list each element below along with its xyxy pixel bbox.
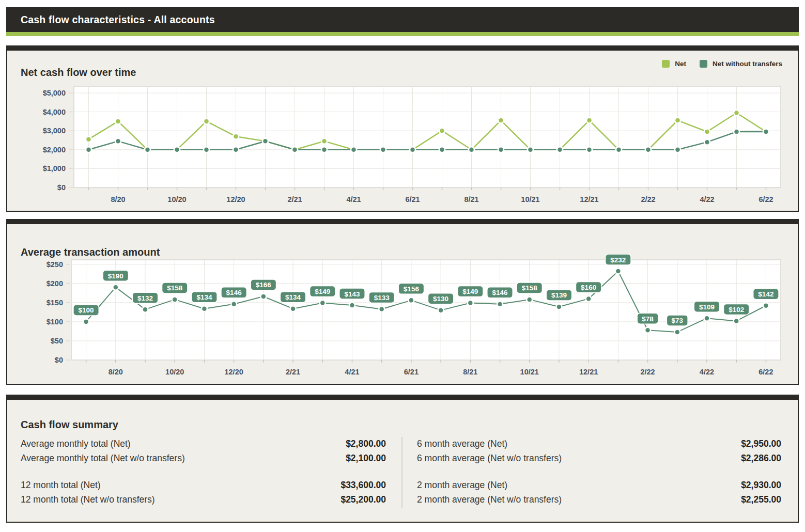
summary-row: 12 month total (Net w/o transfers) $25,2… <box>21 493 386 507</box>
summary-label: Average monthly total (Net w/o transfers… <box>21 451 185 466</box>
svg-text:10/21: 10/21 <box>520 368 539 376</box>
net-swatch-icon <box>662 60 670 68</box>
summary-label: 12 month total (Net w/o transfers) <box>21 493 155 507</box>
svg-text:$158: $158 <box>522 284 538 292</box>
svg-text:$143: $143 <box>344 290 360 298</box>
svg-text:2/21: 2/21 <box>287 195 302 204</box>
svg-text:$142: $142 <box>758 290 773 298</box>
summary-value: $2,255.00 <box>741 493 781 507</box>
svg-text:$158: $158 <box>167 284 183 292</box>
svg-text:8/21: 8/21 <box>464 195 478 204</box>
svg-text:$150: $150 <box>47 299 63 307</box>
svg-text:$100: $100 <box>47 318 63 326</box>
svg-text:12/20: 12/20 <box>224 368 243 376</box>
legend-item-net-without-transfers[interactable]: Net without transfers <box>700 60 782 68</box>
svg-text:$1,000: $1,000 <box>43 164 66 173</box>
svg-text:2/22: 2/22 <box>641 195 655 204</box>
summary-value: $2,800.00 <box>346 437 386 451</box>
svg-text:2/22: 2/22 <box>640 368 655 376</box>
svg-text:6/21: 6/21 <box>405 195 420 204</box>
svg-text:$134: $134 <box>285 293 301 301</box>
svg-text:6/21: 6/21 <box>404 368 419 376</box>
svg-text:6/22: 6/22 <box>758 195 773 204</box>
summary-row: Average monthly total (Net w/o transfers… <box>21 451 386 466</box>
svg-text:$109: $109 <box>699 303 715 311</box>
svg-text:$100: $100 <box>79 306 94 314</box>
svg-text:$232: $232 <box>610 256 626 264</box>
svg-text:$0: $0 <box>55 356 63 364</box>
svg-text:$160: $160 <box>581 284 596 291</box>
svg-text:6/22: 6/22 <box>758 368 773 376</box>
svg-text:$139: $139 <box>551 291 567 299</box>
svg-text:$200: $200 <box>47 279 63 288</box>
svg-text:12/21: 12/21 <box>579 368 598 376</box>
svg-text:$149: $149 <box>462 288 478 295</box>
svg-text:$146: $146 <box>226 289 242 296</box>
svg-text:$156: $156 <box>404 285 420 293</box>
svg-text:$132: $132 <box>137 294 153 302</box>
summary-column-divider <box>401 437 402 508</box>
summary-value: $2,930.00 <box>741 478 781 493</box>
svg-text:2/21: 2/21 <box>286 368 300 376</box>
average-transaction-panel: Average transaction amount 8/2010/2012/2… <box>6 219 799 385</box>
svg-text:$166: $166 <box>256 281 272 289</box>
svg-text:$134: $134 <box>196 293 212 301</box>
svg-text:4/22: 4/22 <box>700 368 714 376</box>
summary-row: Average monthly total (Net) $2,800.00 <box>21 437 386 451</box>
summary-row: 6 month average (Net) $2,950.00 <box>417 437 781 451</box>
summary-row: 6 month average (Net w/o transfers) $2,2… <box>417 451 781 466</box>
legend-net-label: Net <box>675 60 686 68</box>
legend-item-net[interactable]: Net <box>662 60 686 68</box>
chart-legend: Net Net without transfers <box>662 60 782 68</box>
svg-text:$133: $133 <box>374 294 390 302</box>
summary-row: 12 month total (Net) $33,600.00 <box>21 478 386 493</box>
svg-text:$190: $190 <box>108 272 123 280</box>
svg-text:$50: $50 <box>51 337 63 345</box>
summary-row: 2 month average (Net w/o transfers) $2,2… <box>417 493 781 507</box>
svg-text:8/21: 8/21 <box>463 368 477 376</box>
summary-value: $2,100.00 <box>346 451 386 466</box>
svg-text:4/21: 4/21 <box>346 195 361 204</box>
cash-flow-summary-title: Cash flow summary <box>21 419 118 431</box>
summary-value: $2,286.00 <box>741 451 781 466</box>
svg-text:10/21: 10/21 <box>521 195 539 204</box>
summary-label: 2 month average (Net w/o transfers) <box>417 493 562 507</box>
svg-text:$4,000: $4,000 <box>43 108 66 116</box>
svg-text:4/22: 4/22 <box>700 195 714 204</box>
summary-label: 2 month average (Net) <box>417 478 507 493</box>
svg-text:8/20: 8/20 <box>109 368 123 376</box>
svg-text:4/21: 4/21 <box>345 368 359 376</box>
svg-text:$0: $0 <box>57 183 66 192</box>
cash-flow-summary-panel: Cash flow summary Average monthly total … <box>6 395 799 523</box>
summary-row: 2 month average (Net) $2,930.00 <box>417 478 781 493</box>
average-transaction-chart: 8/2010/2012/202/214/216/218/2110/2112/21… <box>7 254 798 381</box>
svg-text:$73: $73 <box>672 317 684 324</box>
summary-label: 6 month average (Net w/o transfers) <box>417 451 562 466</box>
svg-text:$146: $146 <box>492 289 508 296</box>
report-title: Cash flow characteristics - All accounts <box>21 14 215 26</box>
summary-value: $2,950.00 <box>741 437 781 451</box>
svg-text:10/20: 10/20 <box>165 368 184 376</box>
accent-stripe <box>6 32 799 36</box>
svg-text:$149: $149 <box>315 288 330 295</box>
svg-text:12/20: 12/20 <box>226 195 245 204</box>
svg-text:$2,000: $2,000 <box>43 146 66 154</box>
svg-text:$250: $250 <box>47 260 63 269</box>
svg-text:$102: $102 <box>729 306 744 314</box>
report-header: Cash flow characteristics - All accounts <box>6 7 799 32</box>
summary-value: $25,200.00 <box>340 493 386 507</box>
svg-text:12/21: 12/21 <box>580 195 598 204</box>
svg-text:$78: $78 <box>642 315 654 323</box>
svg-text:$130: $130 <box>433 295 448 303</box>
net-cash-flow-chart: 8/2010/2012/202/214/216/218/2110/2112/21… <box>7 76 798 206</box>
legend-net-without-transfers-label: Net without transfers <box>713 60 782 68</box>
summary-label: 6 month average (Net) <box>417 437 507 451</box>
svg-text:$3,000: $3,000 <box>43 127 66 135</box>
summary-label: Average monthly total (Net) <box>21 437 131 451</box>
summary-left-column: Average monthly total (Net) $2,800.00 Av… <box>21 437 386 507</box>
svg-text:$5,000: $5,000 <box>43 89 66 97</box>
svg-text:10/20: 10/20 <box>167 195 186 204</box>
net-without-transfers-swatch-icon <box>700 60 707 68</box>
summary-value: $33,600.00 <box>340 478 386 493</box>
net-cash-flow-panel: Net cash flow over time Net Net without … <box>6 45 799 212</box>
